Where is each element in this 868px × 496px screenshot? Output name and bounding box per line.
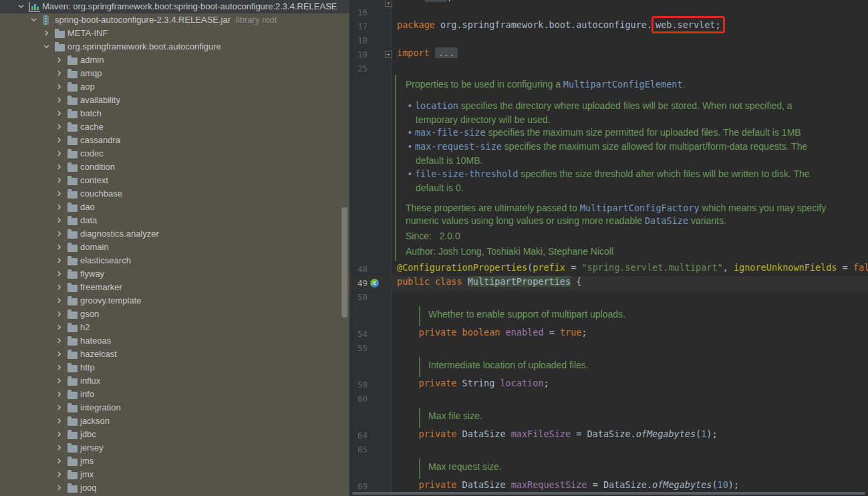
chevron-right-icon[interactable]: [55, 190, 63, 197]
chevron-right-icon[interactable]: [55, 123, 63, 130]
chevron-right-icon[interactable]: [55, 163, 63, 170]
chevron-right-icon[interactable]: [55, 444, 63, 451]
doc-comment-line: Since: 2.0.0: [406, 231, 460, 241]
tree-item-h2[interactable]: h2: [0, 321, 349, 334]
chevron-right-icon[interactable]: [55, 350, 63, 358]
tree-item-integration[interactable]: integration: [0, 401, 349, 414]
chevron-right-icon[interactable]: [55, 270, 63, 277]
folder-icon: [67, 378, 78, 386]
tree-item-jms[interactable]: jms: [0, 455, 349, 468]
chevron-right-icon[interactable]: [55, 310, 63, 318]
fold-plus-icon[interactable]: +: [385, 0, 392, 7]
tree-item-groovy-template[interactable]: groovy.template: [0, 294, 349, 307]
chevron-right-icon[interactable]: [43, 29, 50, 37]
tree-item-spring-boot-autoconfigure-2-3-4-release-jar[interactable]: spring-boot-autoconfigure-2.3.4.RELEASE.…: [0, 13, 349, 27]
code-line-59: private String location;: [397, 378, 549, 392]
tree-item-jackson[interactable]: jackson: [0, 414, 349, 428]
code-line-49: public class MultipartProperties {: [397, 276, 581, 290]
editor-horizontal-scrollbar[interactable]: [352, 492, 865, 495]
chevron-down-icon[interactable]: [17, 3, 25, 10]
chevron-down-icon[interactable]: [43, 43, 50, 50]
tree-item-label: dao: [80, 202, 95, 212]
tree-item-dao[interactable]: dao: [0, 201, 349, 214]
chevron-right-icon[interactable]: [55, 283, 63, 291]
tree-item-cassandra[interactable]: cassandra: [0, 134, 349, 147]
tree-item-couchbase[interactable]: couchbase: [0, 187, 349, 201]
tree-item-domain[interactable]: domain: [0, 241, 349, 254]
folder-icon: [67, 312, 78, 319]
tree-item-meta-inf[interactable]: META-INF: [0, 27, 349, 40]
tree-item-context[interactable]: context: [0, 174, 349, 187]
chevron-right-icon[interactable]: [55, 203, 63, 211]
folder-icon: [67, 392, 78, 399]
tree-item-org-springframework-boot-autoconfigure[interactable]: org.springframework.boot.autoconfigure: [0, 40, 349, 53]
tree-item-http[interactable]: http: [0, 361, 349, 374]
tree-item-elasticsearch[interactable]: elasticsearch: [0, 254, 349, 267]
chevron-right-icon[interactable]: [55, 150, 63, 157]
tree-item-cache[interactable]: cache: [0, 120, 349, 134]
tree-item-jersey[interactable]: jersey: [0, 441, 349, 455]
chevron-right-icon[interactable]: [55, 417, 63, 424]
doc-comment-line: •file-size-threshold specifies the size …: [408, 168, 810, 179]
tree-item-jooq[interactable]: jooq: [0, 481, 349, 495]
line-number: 50: [349, 290, 368, 304]
chevron-right-icon[interactable]: [55, 243, 63, 251]
code-line: ...;: [397, 0, 452, 5]
tree-item-hateoas[interactable]: hateoas: [0, 334, 349, 348]
chevron-right-icon[interactable]: [55, 176, 63, 184]
tree-item-data[interactable]: data: [0, 214, 349, 227]
tree-item-flyway[interactable]: flyway: [0, 267, 349, 281]
tree-item-label: data: [80, 215, 97, 225]
fold-plus-icon[interactable]: +: [385, 51, 392, 58]
tree-item-aop[interactable]: aop: [0, 80, 349, 94]
chevron-right-icon[interactable]: [55, 230, 63, 237]
folder-icon: [67, 405, 78, 412]
tree-item-label: Maven: org.springframework.boot:spring-b…: [42, 1, 337, 11]
chevron-right-icon[interactable]: [55, 364, 63, 371]
chevron-right-icon[interactable]: [55, 484, 63, 491]
chevron-right-icon[interactable]: [55, 136, 63, 144]
chevron-right-icon[interactable]: [55, 83, 63, 90]
chevron-right-icon[interactable]: [55, 430, 63, 438]
tree-item-maven-org-springframework-boot-spring-boot-autoconfigure-2-3-4-release[interactable]: Maven: org.springframework.boot:spring-b…: [0, 0, 349, 13]
tree-item-diagnostics-analyzer[interactable]: diagnostics.analyzer: [0, 227, 349, 241]
tree-item-amqp[interactable]: amqp: [0, 67, 349, 80]
tree-item-label: h2: [80, 322, 90, 332]
chevron-right-icon[interactable]: [55, 110, 63, 117]
tree-item-availability[interactable]: availability: [0, 94, 349, 107]
chevron-right-icon[interactable]: [55, 56, 63, 64]
chevron-right-icon[interactable]: [55, 337, 63, 344]
chevron-right-icon[interactable]: [55, 297, 63, 304]
chevron-right-icon[interactable]: [55, 390, 63, 398]
tree-item-label: jdbc: [80, 429, 96, 439]
chevron-right-icon[interactable]: [55, 217, 63, 224]
chevron-right-icon[interactable]: [55, 457, 63, 465]
tree-item-admin[interactable]: admin: [0, 53, 349, 67]
tree-item-hazelcast[interactable]: hazelcast: [0, 348, 349, 361]
folder-icon: [67, 245, 78, 252]
tree-item-jmx[interactable]: jmx: [0, 468, 349, 481]
tree-item-jdbc[interactable]: jdbc: [0, 428, 349, 441]
chevron-right-icon[interactable]: [55, 96, 63, 104]
folder-icon: [67, 124, 78, 132]
chevron-down-icon[interactable]: [30, 16, 37, 23]
chevron-right-icon[interactable]: [55, 70, 63, 77]
tree-item-freemarker[interactable]: freemarker: [0, 281, 349, 294]
tree-item-batch[interactable]: batch: [0, 107, 349, 120]
code-editor[interactable]: Properties to be used in configuring a M…: [349, 0, 868, 496]
tree-item-gson[interactable]: gson: [0, 307, 349, 321]
folder-icon: [67, 271, 78, 279]
tree-item-label: jms: [80, 456, 94, 466]
chevron-right-icon[interactable]: [55, 377, 63, 384]
tree-item-condition[interactable]: condition: [0, 160, 349, 174]
tree-item-label: codec: [80, 148, 104, 158]
chevron-right-icon[interactable]: [55, 404, 63, 411]
tree-item-info[interactable]: info: [0, 388, 349, 401]
tree-item-codec[interactable]: codec: [0, 147, 349, 160]
tree-vertical-scrollbar[interactable]: [341, 207, 347, 318]
line-number: 65: [349, 443, 368, 457]
chevron-right-icon[interactable]: [55, 257, 63, 264]
tree-item-influx[interactable]: influx: [0, 374, 349, 388]
chevron-right-icon[interactable]: [55, 471, 63, 478]
chevron-right-icon[interactable]: [55, 324, 63, 331]
